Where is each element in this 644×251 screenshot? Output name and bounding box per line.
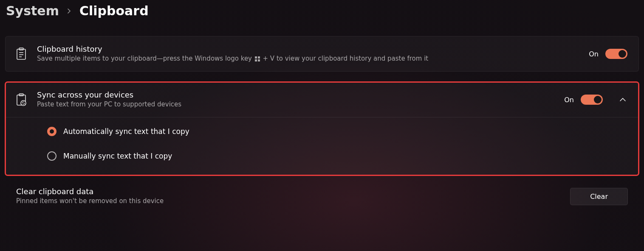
sync-option-manual-radio[interactable] — [47, 151, 56, 161]
clipboard-history-title: Clipboard history — [37, 44, 579, 54]
clear-clipboard-row: Clear clipboard data Pinned items won't … — [5, 176, 639, 206]
sync-option-manual-label[interactable]: Manually sync text that I copy — [63, 152, 172, 160]
sync-devices-card: Sync across your devices Paste text from… — [5, 82, 639, 176]
sync-devices-toggle-label: On — [564, 96, 574, 104]
sync-devices-desc: Paste text from your PC to supported dev… — [37, 100, 555, 109]
svg-rect-0 — [17, 49, 25, 59]
clipboard-history-toggle[interactable] — [605, 49, 627, 59]
clipboard-icon — [15, 47, 28, 60]
clear-clipboard-desc: Pinned items won't be removed on this de… — [16, 197, 561, 206]
clear-button[interactable]: Clear — [570, 188, 628, 205]
breadcrumb-current: Clipboard — [79, 3, 149, 18]
breadcrumb-parent[interactable]: System — [6, 3, 59, 18]
chevron-right-icon — [67, 6, 72, 15]
svg-rect-7 — [255, 59, 257, 61]
svg-rect-5 — [255, 56, 257, 59]
breadcrumb: System Clipboard — [0, 0, 644, 24]
sync-option-auto-label[interactable]: Automatically sync text that I copy — [63, 127, 189, 136]
clipboard-history-card: Clipboard history Save multiple items to… — [5, 36, 639, 72]
svg-point-11 — [21, 100, 26, 106]
sync-option-manual-row[interactable]: Manually sync text that I copy — [6, 145, 638, 175]
clipboard-history-desc: Save multiple items to your clipboard—pr… — [37, 54, 579, 64]
clear-clipboard-title: Clear clipboard data — [16, 187, 561, 197]
sync-option-auto-row[interactable]: Automatically sync text that I copy — [6, 117, 638, 145]
chevron-up-icon[interactable] — [618, 95, 627, 104]
sync-option-auto-radio[interactable] — [47, 127, 56, 136]
clipboard-sync-icon — [15, 93, 28, 106]
sync-devices-title: Sync across your devices — [37, 90, 555, 100]
svg-rect-6 — [258, 56, 260, 59]
clipboard-history-toggle-label: On — [589, 50, 599, 58]
windows-logo-icon — [255, 56, 260, 61]
sync-devices-toggle[interactable] — [581, 95, 603, 105]
svg-rect-8 — [258, 59, 260, 61]
